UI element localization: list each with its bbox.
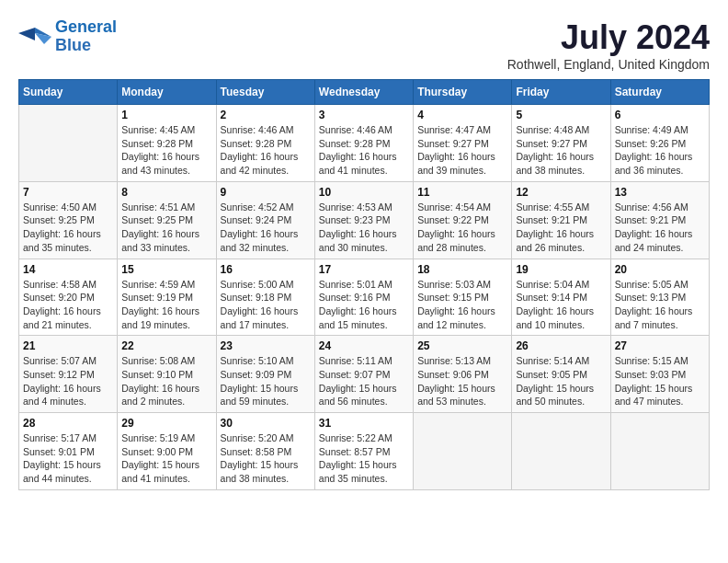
- logo-text: General Blue: [55, 18, 117, 55]
- calendar-cell: 2Sunrise: 4:46 AM Sunset: 9:28 PM Daylig…: [216, 105, 314, 182]
- calendar-cell: 6Sunrise: 4:49 AM Sunset: 9:26 PM Daylig…: [610, 105, 709, 182]
- calendar-cell: 18Sunrise: 5:03 AM Sunset: 9:15 PM Dayli…: [414, 259, 512, 336]
- day-info: Sunrise: 4:52 AM Sunset: 9:24 PM Dayligh…: [221, 201, 311, 255]
- day-info: Sunrise: 5:07 AM Sunset: 9:12 PM Dayligh…: [23, 354, 113, 408]
- calendar-cell: 13Sunrise: 4:56 AM Sunset: 9:21 PM Dayli…: [610, 181, 709, 259]
- day-info: Sunrise: 4:49 AM Sunset: 9:26 PM Dayligh…: [615, 123, 705, 178]
- calendar-cell: 15Sunrise: 4:59 AM Sunset: 9:19 PM Dayli…: [118, 259, 216, 336]
- calendar-cell: 16Sunrise: 5:00 AM Sunset: 9:18 PM Dayli…: [216, 259, 314, 336]
- day-info: Sunrise: 5:17 AM Sunset: 9:01 PM Dayligh…: [23, 431, 113, 486]
- day-number: 8: [121, 186, 211, 199]
- day-info: Sunrise: 5:04 AM Sunset: 9:14 PM Dayligh…: [516, 278, 606, 332]
- day-info: Sunrise: 5:13 AM Sunset: 9:06 PM Dayligh…: [417, 354, 507, 408]
- day-number: 15: [121, 263, 211, 276]
- header-friday: Friday: [512, 80, 610, 105]
- day-number: 23: [221, 339, 311, 352]
- day-info: Sunrise: 5:20 AM Sunset: 8:58 PM Dayligh…: [221, 431, 311, 486]
- day-number: 28: [23, 417, 113, 430]
- day-number: 25: [417, 339, 507, 352]
- header-saturday: Saturday: [610, 80, 709, 105]
- day-info: Sunrise: 4:56 AM Sunset: 9:21 PM Dayligh…: [615, 201, 705, 255]
- header-tuesday: Tuesday: [216, 80, 314, 105]
- day-number: 13: [615, 186, 705, 199]
- header-row: SundayMondayTuesdayWednesdayThursdayFrid…: [19, 80, 710, 105]
- day-info: Sunrise: 5:15 AM Sunset: 9:03 PM Dayligh…: [615, 354, 705, 408]
- day-info: Sunrise: 4:47 AM Sunset: 9:27 PM Dayligh…: [417, 123, 507, 178]
- day-info: Sunrise: 4:50 AM Sunset: 9:25 PM Dayligh…: [23, 201, 113, 255]
- calendar-cell: 23Sunrise: 5:10 AM Sunset: 9:09 PM Dayli…: [216, 336, 314, 413]
- day-number: 18: [417, 263, 507, 276]
- day-number: 10: [319, 186, 409, 199]
- calendar-cell: 28Sunrise: 5:17 AM Sunset: 9:01 PM Dayli…: [19, 413, 118, 490]
- header-monday: Monday: [118, 80, 216, 105]
- calendar-cell: 8Sunrise: 4:51 AM Sunset: 9:25 PM Daylig…: [118, 181, 216, 259]
- day-number: 9: [221, 186, 311, 199]
- calendar-cell: 27Sunrise: 5:15 AM Sunset: 9:03 PM Dayli…: [610, 336, 709, 413]
- calendar-cell: 3Sunrise: 4:46 AM Sunset: 9:28 PM Daylig…: [314, 105, 413, 182]
- location: Rothwell, England, United Kingdom: [507, 57, 710, 72]
- calendar-table: SundayMondayTuesdayWednesdayThursdayFrid…: [18, 79, 710, 490]
- day-number: 16: [221, 263, 311, 276]
- day-info: Sunrise: 5:14 AM Sunset: 9:05 PM Dayligh…: [516, 354, 606, 408]
- day-info: Sunrise: 4:59 AM Sunset: 9:19 PM Dayligh…: [121, 278, 211, 332]
- day-info: Sunrise: 4:45 AM Sunset: 9:28 PM Dayligh…: [121, 123, 211, 178]
- day-number: 3: [319, 109, 409, 121]
- day-number: 11: [417, 186, 507, 199]
- week-row-4: 28Sunrise: 5:17 AM Sunset: 9:01 PM Dayli…: [19, 413, 710, 490]
- logo: General Blue: [18, 18, 117, 55]
- day-number: 14: [23, 263, 113, 276]
- day-number: 7: [23, 186, 113, 199]
- calendar-cell: 17Sunrise: 5:01 AM Sunset: 9:16 PM Dayli…: [314, 259, 413, 336]
- day-info: Sunrise: 5:10 AM Sunset: 9:09 PM Dayligh…: [221, 354, 311, 408]
- day-number: 24: [319, 339, 409, 352]
- header-sunday: Sunday: [19, 80, 118, 105]
- day-info: Sunrise: 5:01 AM Sunset: 9:16 PM Dayligh…: [319, 278, 409, 332]
- calendar-cell: 20Sunrise: 5:05 AM Sunset: 9:13 PM Dayli…: [610, 259, 709, 336]
- calendar-cell: 7Sunrise: 4:50 AM Sunset: 9:25 PM Daylig…: [19, 181, 118, 259]
- calendar-cell: 24Sunrise: 5:11 AM Sunset: 9:07 PM Dayli…: [314, 336, 413, 413]
- page-header: General Blue July 2024 Rothwell, England…: [18, 18, 710, 72]
- calendar-cell: 26Sunrise: 5:14 AM Sunset: 9:05 PM Dayli…: [512, 336, 610, 413]
- calendar-cell: [414, 413, 512, 490]
- day-number: 21: [23, 339, 113, 352]
- calendar-cell: 4Sunrise: 4:47 AM Sunset: 9:27 PM Daylig…: [414, 105, 512, 182]
- day-info: Sunrise: 4:48 AM Sunset: 9:27 PM Dayligh…: [516, 123, 606, 178]
- calendar-cell: 9Sunrise: 4:52 AM Sunset: 9:24 PM Daylig…: [216, 181, 314, 259]
- calendar-cell: 1Sunrise: 4:45 AM Sunset: 9:28 PM Daylig…: [118, 105, 216, 182]
- day-info: Sunrise: 5:22 AM Sunset: 8:57 PM Dayligh…: [319, 431, 409, 486]
- week-row-3: 21Sunrise: 5:07 AM Sunset: 9:12 PM Dayli…: [19, 336, 710, 413]
- week-row-1: 7Sunrise: 4:50 AM Sunset: 9:25 PM Daylig…: [19, 181, 710, 259]
- day-info: Sunrise: 5:03 AM Sunset: 9:15 PM Dayligh…: [417, 278, 507, 332]
- day-info: Sunrise: 4:58 AM Sunset: 9:20 PM Dayligh…: [23, 278, 113, 332]
- calendar-cell: 11Sunrise: 4:54 AM Sunset: 9:22 PM Dayli…: [414, 181, 512, 259]
- calendar-cell: 22Sunrise: 5:08 AM Sunset: 9:10 PM Dayli…: [118, 336, 216, 413]
- day-info: Sunrise: 5:00 AM Sunset: 9:18 PM Dayligh…: [221, 278, 311, 332]
- day-info: Sunrise: 4:53 AM Sunset: 9:23 PM Dayligh…: [319, 201, 409, 255]
- day-info: Sunrise: 4:54 AM Sunset: 9:22 PM Dayligh…: [417, 201, 507, 255]
- calendar-cell: 14Sunrise: 4:58 AM Sunset: 9:20 PM Dayli…: [19, 259, 118, 336]
- day-info: Sunrise: 4:55 AM Sunset: 9:21 PM Dayligh…: [516, 201, 606, 255]
- calendar-cell: 12Sunrise: 4:55 AM Sunset: 9:21 PM Dayli…: [512, 181, 610, 259]
- svg-marker-1: [18, 28, 35, 40]
- calendar-cell: 25Sunrise: 5:13 AM Sunset: 9:06 PM Dayli…: [414, 336, 512, 413]
- month-title: July 2024: [507, 18, 710, 57]
- day-info: Sunrise: 5:11 AM Sunset: 9:07 PM Dayligh…: [319, 354, 409, 408]
- day-number: 29: [121, 417, 211, 430]
- day-info: Sunrise: 5:08 AM Sunset: 9:10 PM Dayligh…: [121, 354, 211, 408]
- day-number: 1: [121, 109, 211, 121]
- calendar-cell: [512, 413, 610, 490]
- header-thursday: Thursday: [414, 80, 512, 105]
- day-number: 26: [516, 339, 606, 352]
- calendar-cell: 5Sunrise: 4:48 AM Sunset: 9:27 PM Daylig…: [512, 105, 610, 182]
- day-number: 6: [615, 109, 705, 121]
- calendar-cell: 19Sunrise: 5:04 AM Sunset: 9:14 PM Dayli…: [512, 259, 610, 336]
- title-block: July 2024 Rothwell, England, United King…: [507, 18, 710, 72]
- day-number: 4: [417, 109, 507, 121]
- day-number: 30: [221, 417, 311, 430]
- week-row-2: 14Sunrise: 4:58 AM Sunset: 9:20 PM Dayli…: [19, 259, 710, 336]
- calendar-cell: 29Sunrise: 5:19 AM Sunset: 9:00 PM Dayli…: [118, 413, 216, 490]
- day-number: 12: [516, 186, 606, 199]
- calendar-cell: 30Sunrise: 5:20 AM Sunset: 8:58 PM Dayli…: [216, 413, 314, 490]
- day-info: Sunrise: 5:19 AM Sunset: 9:00 PM Dayligh…: [121, 431, 211, 486]
- calendar-cell: 21Sunrise: 5:07 AM Sunset: 9:12 PM Dayli…: [19, 336, 118, 413]
